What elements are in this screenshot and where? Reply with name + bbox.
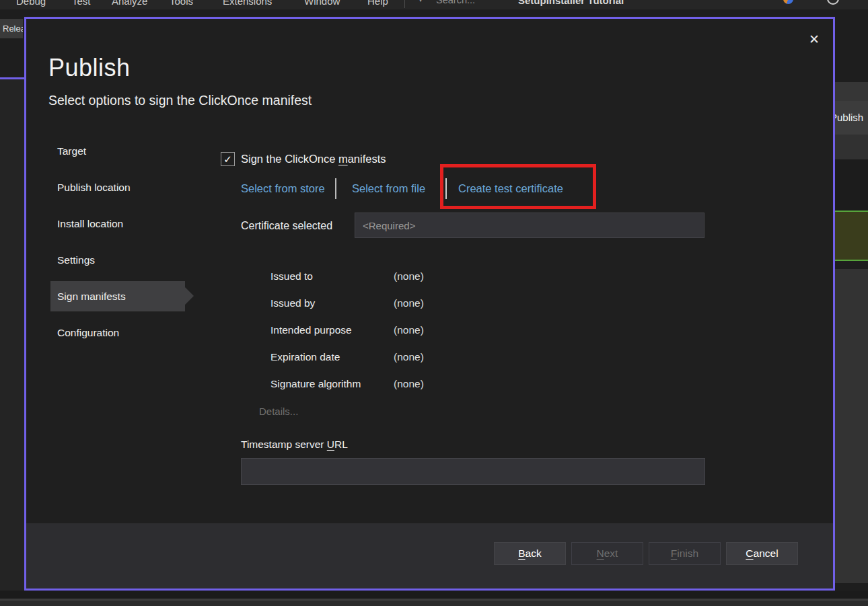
menu-item-tools[interactable]: Tools bbox=[170, 0, 193, 9]
background-info-bar bbox=[835, 211, 868, 261]
checkmark-icon: ✓ bbox=[223, 153, 232, 165]
finish-button: Finish bbox=[649, 542, 721, 565]
timestamp-label-pre: Timestamp server bbox=[241, 439, 327, 450]
select-from-store-link[interactable]: Select from store bbox=[241, 182, 325, 195]
timestamp-label-post: RL bbox=[334, 439, 348, 450]
next-mnemonic: N bbox=[597, 547, 604, 559]
page-title: Publish bbox=[48, 54, 131, 82]
background-publish-label: Publish bbox=[835, 112, 863, 123]
create-test-certificate-link[interactable]: Create test certificate bbox=[458, 182, 563, 195]
person-icon[interactable] bbox=[827, 0, 839, 5]
certificate-selected-input[interactable] bbox=[355, 213, 704, 238]
background-left-panel bbox=[0, 79, 25, 591]
background-status-strip bbox=[0, 601, 868, 606]
signature-algorithm-value: (none) bbox=[394, 377, 424, 391]
menu-item-debug[interactable]: Debug bbox=[16, 0, 46, 9]
back-rest: ack bbox=[526, 547, 542, 559]
timestamp-label-mnemonic: U bbox=[327, 439, 334, 450]
menu-bar: Debug Test Analyze Tools Extensions Wind… bbox=[0, 0, 868, 9]
window-title: SetupInstaller Tutorial bbox=[518, 0, 624, 6]
page-subtitle: Select options to sign the ClickOnce man… bbox=[48, 93, 312, 108]
sidebar-item-publish-location[interactable]: Publish location bbox=[50, 172, 185, 202]
checkbox-label-post: anifests bbox=[348, 153, 386, 165]
background-right-block bbox=[835, 82, 868, 101]
expiration-date-value: (none) bbox=[394, 350, 424, 365]
issued-by-label: Issued by bbox=[270, 296, 315, 311]
background-publish-button[interactable]: Publish bbox=[835, 101, 868, 135]
next-button: Next bbox=[571, 542, 643, 565]
configuration-dropdown[interactable]: Release bbox=[0, 19, 23, 38]
link-separator bbox=[335, 178, 336, 199]
sidebar-item-sign-manifests[interactable]: Sign manifests bbox=[50, 281, 185, 311]
background-bottom-strip bbox=[0, 591, 868, 599]
details-link: Details... bbox=[259, 404, 298, 419]
background-right-panel bbox=[835, 269, 868, 583]
publish-dialog: ✕ Publish Select options to sign the Cli… bbox=[24, 17, 835, 591]
menu-separator bbox=[404, 0, 405, 8]
signature-algorithm-label: Signature algorithm bbox=[270, 377, 361, 391]
finish-mnemonic: F bbox=[671, 547, 677, 559]
search-input[interactable]: Search... bbox=[436, 0, 475, 5]
close-icon[interactable]: ✕ bbox=[804, 30, 824, 50]
menu-item-analyze[interactable]: Analyze bbox=[112, 0, 147, 9]
menu-item-extensions[interactable]: Extensions bbox=[223, 0, 272, 9]
select-from-file-link[interactable]: Select from file bbox=[352, 182, 425, 195]
back-button[interactable]: Back bbox=[494, 542, 566, 565]
timestamp-server-url-label: Timestamp server URL bbox=[241, 437, 348, 452]
checkbox-label-mnemonic: m bbox=[338, 153, 348, 165]
cancel-rest: ancel bbox=[754, 547, 779, 559]
certificate-selected-label: Certificate selected bbox=[241, 219, 332, 233]
intended-purpose-label: Intended purpose bbox=[270, 323, 352, 338]
timestamp-server-url-input[interactable] bbox=[241, 458, 705, 485]
toolbar-accent-line bbox=[0, 77, 25, 79]
issued-to-value: (none) bbox=[394, 269, 424, 284]
menu-item-help[interactable]: Help bbox=[367, 0, 388, 9]
chevron-down-icon[interactable]: ▾ bbox=[419, 0, 423, 4]
sidebar-item-settings[interactable]: Settings bbox=[50, 245, 185, 275]
issued-to-label: Issued to bbox=[270, 269, 313, 284]
menu-item-test[interactable]: Test bbox=[72, 0, 91, 9]
sign-manifests-checkbox[interactable]: ✓ bbox=[221, 152, 235, 166]
account-avatar-icon[interactable] bbox=[783, 0, 793, 4]
expiration-date-label: Expiration date bbox=[270, 350, 340, 365]
finish-rest: inish bbox=[677, 547, 698, 559]
menu-item-window[interactable]: Window bbox=[304, 0, 340, 9]
cancel-mnemonic: C bbox=[746, 547, 753, 559]
back-mnemonic: B bbox=[518, 547, 525, 559]
next-rest: ext bbox=[604, 547, 618, 559]
configuration-label: Release bbox=[3, 24, 23, 34]
sidebar-item-configuration[interactable]: Configuration bbox=[50, 317, 185, 348]
cancel-button[interactable]: Cancel bbox=[726, 542, 798, 565]
sidebar-item-install-location[interactable]: Install location bbox=[50, 209, 185, 239]
sidebar-item-target[interactable]: Target bbox=[50, 136, 185, 166]
selected-item-arrow-icon bbox=[185, 287, 194, 305]
checkbox-label-pre: Sign the ClickOnce bbox=[241, 153, 338, 165]
link-separator bbox=[445, 178, 447, 199]
sign-manifests-checkbox-label[interactable]: Sign the ClickOnce manifests bbox=[241, 151, 386, 167]
background-right-block bbox=[835, 159, 868, 211]
intended-purpose-value: (none) bbox=[394, 323, 424, 338]
background-right-block bbox=[835, 135, 868, 159]
issued-by-value: (none) bbox=[394, 296, 424, 311]
